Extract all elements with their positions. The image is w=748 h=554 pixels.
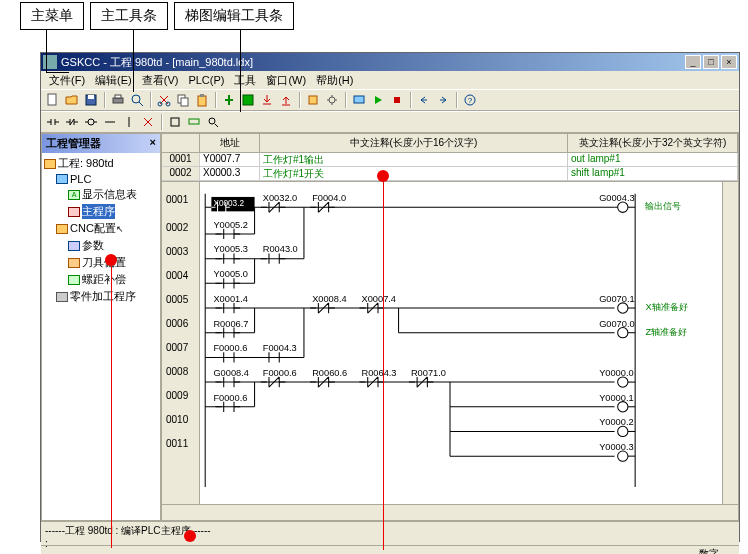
contact-no-icon[interactable] [44, 113, 62, 131]
upload-icon[interactable] [277, 91, 295, 109]
vertical-scrollbar[interactable] [722, 182, 738, 504]
svg-point-34 [618, 202, 628, 212]
vline-icon[interactable] [120, 113, 138, 131]
save-icon[interactable] [82, 91, 100, 109]
help-icon[interactable]: ? [461, 91, 479, 109]
download-icon[interactable] [258, 91, 276, 109]
table-row[interactable]: 0001 Y0007.7 工作灯#1输出 out lamp#1 [162, 153, 738, 167]
annotation-connector [240, 30, 241, 112]
paste-icon[interactable] [193, 91, 211, 109]
svg-point-62 [618, 328, 628, 338]
compile-icon[interactable] [220, 91, 238, 109]
svg-text:F0000.6: F0000.6 [263, 368, 297, 378]
svg-text:?: ? [468, 96, 473, 105]
settings-icon[interactable] [323, 91, 341, 109]
panel-title: 工程管理器 [46, 136, 101, 151]
tree-tool-offset[interactable]: 刀具偏置 [44, 254, 158, 271]
menu-view[interactable]: 查看(V) [142, 73, 179, 88]
print-preview-icon[interactable] [128, 91, 146, 109]
output-panel: ------工程 980td : 编译PLC主程序------ : [41, 521, 739, 545]
menu-file[interactable]: 文件(F) [49, 73, 85, 88]
copy-icon[interactable] [174, 91, 192, 109]
cell-addr[interactable]: Y0007.7 [200, 153, 260, 167]
run-icon[interactable] [369, 91, 387, 109]
open-icon[interactable] [63, 91, 81, 109]
build-icon[interactable] [239, 91, 257, 109]
svg-rect-4 [115, 95, 121, 98]
menu-edit[interactable]: 编辑(E) [95, 73, 132, 88]
monitor-icon[interactable] [350, 91, 368, 109]
annotation-main-toolbar: 主工具条 [90, 2, 168, 30]
svg-text:X0001.4: X0001.4 [213, 294, 247, 304]
svg-point-15 [329, 97, 335, 103]
comment-icon[interactable] [185, 113, 203, 131]
red-marker-dot [377, 170, 389, 182]
svg-text:R0064.3: R0064.3 [362, 368, 397, 378]
ladder-row-numbers: 0001 0002 0003 0004 0005 0006 0007 0008 … [162, 182, 200, 504]
table-row[interactable]: 0002 X0000.3 工作灯#1开关 shift lamp#1 [162, 167, 738, 181]
header-blank [162, 134, 200, 152]
svg-rect-2 [88, 95, 94, 99]
tree-info-table[interactable]: A显示信息表 [44, 186, 158, 203]
svg-point-5 [132, 95, 140, 103]
toolbar-separator [104, 92, 106, 108]
panel-title-bar: 工程管理器 × [42, 134, 160, 153]
print-icon[interactable] [109, 91, 127, 109]
red-marker-line [383, 182, 384, 550]
tree-cnc-config[interactable]: CNC配置↖ [44, 220, 158, 237]
svg-text:X0008.4: X0008.4 [312, 294, 346, 304]
delete-icon[interactable] [139, 113, 157, 131]
statusbar: 数字 [41, 545, 739, 554]
header-chinese[interactable]: 中文注释(长度小于16个汉字) [260, 134, 568, 152]
svg-rect-23 [171, 118, 179, 126]
stop-icon[interactable] [388, 91, 406, 109]
menu-plc[interactable]: PLC(P) [188, 74, 224, 86]
close-button[interactable]: × [721, 55, 737, 69]
tree-params[interactable]: 参数 [44, 237, 158, 254]
config-icon[interactable] [304, 91, 322, 109]
svg-point-84 [618, 402, 628, 412]
hline-icon[interactable] [101, 113, 119, 131]
red-marker-dot [105, 254, 117, 266]
maximize-button[interactable]: □ [703, 55, 719, 69]
cell-en[interactable]: out lamp#1 [568, 153, 738, 167]
cut-icon[interactable] [155, 91, 173, 109]
svg-point-20 [88, 119, 94, 125]
header-addr[interactable]: 地址 [200, 134, 260, 152]
contact-nc-icon[interactable] [63, 113, 81, 131]
tree-pitch-comp[interactable]: 螺距补偿 [44, 271, 158, 288]
menu-help[interactable]: 帮助(H) [316, 73, 353, 88]
svg-text:R0043.0: R0043.0 [263, 244, 298, 254]
window-title: GSKCC - 工程:980td - [main_980td.ldx] [61, 55, 683, 70]
tree-main-program[interactable]: 主程序 [44, 203, 158, 220]
cell-cn[interactable]: 工作灯#1开关 [260, 167, 568, 181]
tree-part-program[interactable]: 零件加工程序 [44, 288, 158, 305]
coil-icon[interactable] [82, 113, 100, 131]
horizontal-scrollbar[interactable] [162, 504, 738, 520]
header-english[interactable]: 英文注释(长度小于32个英文字符) [568, 134, 738, 152]
panel-close-button[interactable]: × [150, 136, 156, 151]
tree-plc[interactable]: PLC [44, 172, 158, 186]
menubar: 文件(F) 编辑(E) 查看(V) PLC(P) 工具 窗口(W) 帮助(H) [41, 71, 739, 89]
minimize-button[interactable]: _ [685, 55, 701, 69]
undo-icon[interactable] [415, 91, 433, 109]
toolbar-separator [215, 92, 217, 108]
svg-point-94 [618, 451, 628, 461]
cell-cn[interactable]: 工作灯#1输出 [260, 153, 568, 167]
svg-point-89 [618, 426, 628, 436]
tree-root[interactable]: 工程: 980td [44, 155, 158, 172]
redo-icon[interactable] [434, 91, 452, 109]
cell-en[interactable]: shift lamp#1 [568, 167, 738, 181]
svg-text:F0004.0: F0004.0 [312, 193, 346, 203]
function-icon[interactable] [166, 113, 184, 131]
toolbar-separator [456, 92, 458, 108]
find-icon[interactable] [204, 113, 222, 131]
new-icon[interactable] [44, 91, 62, 109]
ladder-editor[interactable]: 0001 0002 0003 0004 0005 0006 0007 0008 … [162, 181, 738, 504]
cell-addr[interactable]: X0000.3 [200, 167, 260, 181]
annotation-connector [46, 30, 47, 72]
app-window: GSKCC - 工程:980td - [main_980td.ldx] _ □ … [40, 52, 740, 542]
menu-tools[interactable]: 工具 [234, 73, 256, 88]
titlebar: GSKCC - 工程:980td - [main_980td.ldx] _ □ … [41, 53, 739, 71]
menu-window[interactable]: 窗口(W) [266, 73, 306, 88]
